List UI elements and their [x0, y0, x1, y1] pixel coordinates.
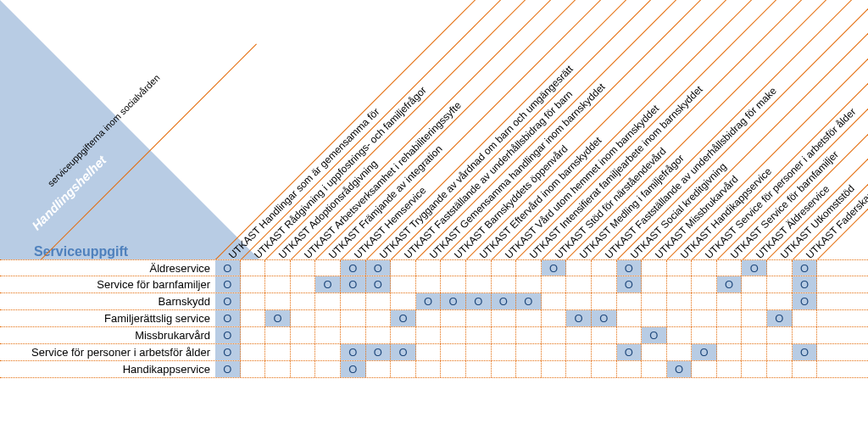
- matrix-cell: O: [566, 310, 592, 326]
- matrix-cell: [542, 327, 567, 343]
- matrix-cell: [492, 276, 517, 292]
- matrix-cell: [717, 293, 743, 309]
- matrix-cell: [717, 361, 743, 377]
- matrix-cell: O: [441, 293, 466, 309]
- matrix-cell: O: [642, 327, 667, 343]
- matrix-cell: O: [341, 276, 366, 292]
- matrix-cell: [617, 310, 643, 326]
- matrix-cell: [391, 361, 416, 377]
- matrix-table: ÄldreserviceOOOOOOOService för barnfamil…: [0, 259, 868, 378]
- matrix-cell: [542, 344, 567, 360]
- matrix-cell: [291, 293, 316, 309]
- matrix-cell: [315, 310, 341, 326]
- matrix-cell: O: [592, 310, 617, 326]
- matrix-cell: O: [692, 344, 717, 360]
- matrix-cell: [441, 310, 466, 326]
- matrix-cell: [466, 260, 492, 276]
- matrix-cell: [366, 327, 392, 343]
- matrix-cell: [341, 293, 366, 309]
- matrix-cell: [516, 344, 542, 360]
- matrix-cell: [742, 361, 767, 377]
- matrix-cell: O: [215, 310, 241, 326]
- matrix-cell: [391, 260, 416, 276]
- matrix-cell: [667, 260, 693, 276]
- matrix-cell: O: [341, 260, 366, 276]
- matrix-cell: O: [215, 361, 241, 377]
- matrix-cell: [241, 260, 266, 276]
- matrix-cell: [566, 293, 592, 309]
- matrix-cell: [416, 361, 442, 377]
- matrix-cell: O: [391, 310, 416, 326]
- matrix-cell: [692, 260, 717, 276]
- matrix-cell: [566, 361, 592, 377]
- matrix-cell: [592, 327, 617, 343]
- matrix-cell: [291, 327, 316, 343]
- matrix-cell: O: [793, 293, 818, 309]
- matrix-cell: [717, 260, 743, 276]
- matrix-cell: [441, 361, 466, 377]
- matrix-cell: [767, 293, 793, 309]
- table-row: HandikappserviceOOO: [0, 361, 868, 378]
- row-label: Äldreservice: [0, 260, 215, 276]
- matrix-cell: O: [617, 260, 643, 276]
- matrix-cell: [492, 260, 517, 276]
- matrix-cell: [667, 276, 693, 292]
- matrix-cell: [466, 361, 492, 377]
- matrix-cell: [566, 260, 592, 276]
- matrix-cell: O: [215, 260, 241, 276]
- matrix-cell: [441, 276, 466, 292]
- matrix-cell: [241, 310, 266, 326]
- matrix-cell: [492, 327, 517, 343]
- matrix-cell: [617, 293, 643, 309]
- matrix-cell: [692, 310, 717, 326]
- matrix-cell: [592, 260, 617, 276]
- matrix-cell: [692, 361, 717, 377]
- matrix-cell: [265, 344, 291, 360]
- matrix-cell: [366, 293, 392, 309]
- matrix-cell: [291, 276, 316, 292]
- matrix-cell: [692, 293, 717, 309]
- matrix-cell: [793, 361, 818, 377]
- matrix-cell: [315, 361, 341, 377]
- matrix-cell: [366, 361, 392, 377]
- matrix-cell: O: [366, 344, 392, 360]
- matrix-cell: [767, 361, 793, 377]
- matrix-cell: [391, 327, 416, 343]
- matrix-cell: [742, 276, 767, 292]
- matrix-cell: [416, 310, 442, 326]
- matrix-cell: [492, 310, 517, 326]
- matrix-cell: O: [717, 276, 743, 292]
- matrix-cell: O: [617, 276, 643, 292]
- matrix-cell: O: [391, 344, 416, 360]
- matrix-cell: [642, 293, 667, 309]
- matrix-cell: O: [667, 361, 693, 377]
- matrix-cell: O: [542, 260, 567, 276]
- table-row: Service för barnfamiljerOOOOOOO: [0, 276, 868, 293]
- matrix-cell: [315, 293, 341, 309]
- matrix-cell: [717, 310, 743, 326]
- matrix-cell: [642, 310, 667, 326]
- matrix-cell: [241, 327, 266, 343]
- matrix-cell: O: [793, 344, 818, 360]
- matrix-cell: [265, 260, 291, 276]
- matrix-cell: O: [767, 310, 793, 326]
- matrix-cell: [592, 361, 617, 377]
- matrix-cell: [542, 293, 567, 309]
- matrix-cell: [265, 293, 291, 309]
- matrix-cell: O: [516, 293, 542, 309]
- matrix-cell: [416, 276, 442, 292]
- matrix-cell: O: [793, 260, 818, 276]
- matrix-cell: [617, 327, 643, 343]
- matrix-cell: [516, 276, 542, 292]
- matrix-cell: [241, 293, 266, 309]
- matrix-cell: [516, 327, 542, 343]
- matrix-cell: [592, 293, 617, 309]
- matrix-cell: [265, 361, 291, 377]
- matrix-cell: [315, 344, 341, 360]
- matrix-cell: [742, 344, 767, 360]
- matrix-cell: [315, 327, 341, 343]
- matrix-cell: [642, 260, 667, 276]
- matrix-cell: [416, 327, 442, 343]
- matrix-cell: [793, 327, 818, 343]
- matrix-cell: [516, 310, 542, 326]
